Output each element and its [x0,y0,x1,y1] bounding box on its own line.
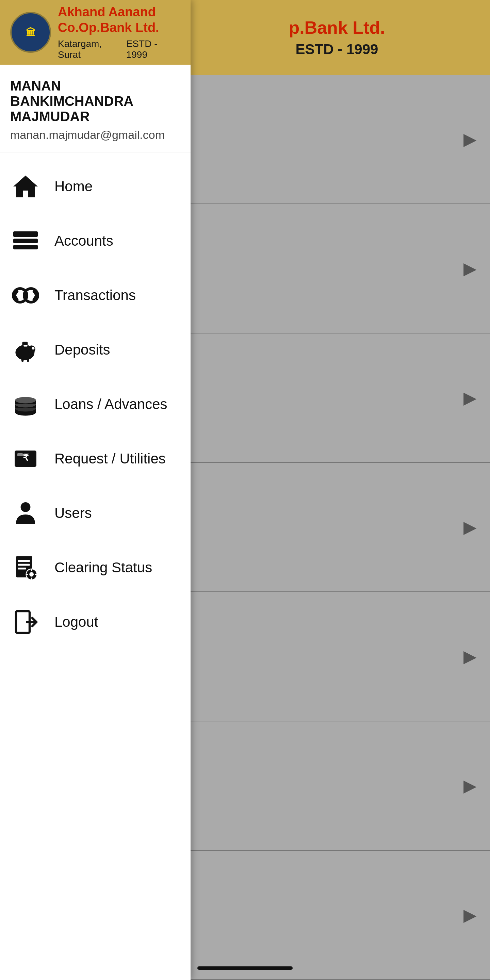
svg-rect-31 [31,578,32,580]
deposits-icon [10,334,41,365]
svg-point-29 [29,572,34,577]
nav-item-transactions[interactable]: Transactions [0,268,191,323]
svg-rect-12 [24,345,27,347]
nav-item-accounts[interactable]: Accounts [0,214,191,268]
svg-rect-11 [21,358,24,362]
nav-item-logout[interactable]: Logout [0,595,191,649]
nav-item-loans[interactable]: Loans / Advances [0,377,191,431]
user-name: MANAN BANKIMCHANDRA MAJMUDAR [10,78,180,124]
right-menu-item[interactable]: ▶ [184,592,490,721]
nav-item-deposits[interactable]: Deposits [0,323,191,377]
user-email: manan.majmudar@gmail.com [10,128,180,142]
nav-item-clearing[interactable]: Clearing Status [0,540,191,595]
svg-rect-25 [18,560,30,562]
request-icon: ₹ [10,443,41,474]
loans-icon [10,389,41,420]
right-bank-name: p.Bank Ltd. [194,18,480,38]
chevron-right-icon: ▶ [463,905,476,925]
nav-menu: Home Accounts T [0,153,191,980]
right-menu-item[interactable]: ▶ [184,75,490,204]
svg-rect-26 [18,564,30,566]
nav-label-users: Users [54,505,92,521]
bank-location-row: Katargam, Surat ESTD - 1999 [58,38,180,60]
svg-marker-0 [13,176,38,197]
svg-point-9 [32,347,34,350]
svg-rect-22 [18,453,23,456]
home-indicator [197,966,293,970]
svg-rect-32 [26,574,28,575]
bank-info: Akhand Aanand Co.Op.Bank Ltd. Katargam, … [58,5,180,60]
nav-item-home[interactable]: Home [0,159,191,214]
right-menu-item[interactable]: ▶ [184,204,490,334]
bank-location: Katargam, Surat [58,38,126,60]
svg-rect-33 [35,574,37,575]
bank-logo-icon: 🏛 [26,27,35,38]
right-menu-item[interactable]: ▶ [184,851,490,980]
right-menu-item[interactable]: ▶ [184,463,490,592]
transactions-icon [10,280,41,311]
clearing-icon [10,552,41,583]
svg-point-23 [21,502,30,512]
nav-label-home: Home [54,178,92,195]
chevron-right-icon: ▶ [463,646,476,666]
left-drawer: 🏛 Akhand Aanand Co.Op.Bank Ltd. Katargam… [0,0,191,980]
svg-rect-27 [18,568,26,570]
nav-label-clearing: Clearing Status [54,559,152,576]
right-header: p.Bank Ltd. ESTD - 1999 [184,0,490,75]
svg-point-7 [27,345,35,353]
svg-rect-30 [31,569,32,571]
nav-label-deposits: Deposits [54,342,110,358]
bank-estd: ESTD - 1999 [126,38,180,60]
home-icon [10,171,41,202]
right-menu-item[interactable]: ▶ [184,334,490,463]
svg-text:₹: ₹ [23,452,29,463]
nav-label-transactions: Transactions [54,287,136,304]
chevron-right-icon: ▶ [463,388,476,408]
chevron-right-icon: ▶ [463,259,476,278]
nav-item-users[interactable]: Users [0,486,191,540]
bank-name: Akhand Aanand Co.Op.Bank Ltd. [58,5,180,35]
nav-label-request: Request / Utilities [54,450,166,467]
logout-icon [10,607,41,637]
accounts-icon [10,226,41,256]
svg-rect-2 [13,239,38,243]
nav-label-accounts: Accounts [54,233,113,249]
bank-logo: 🏛 [10,12,51,53]
right-panel: p.Bank Ltd. ESTD - 1999 ▶ ▶ ▶ ▶ ▶ ▶ ▶ [184,0,490,980]
chevron-right-icon: ▶ [463,129,476,149]
chevron-right-icon: ▶ [463,776,476,795]
nav-label-loans: Loans / Advances [54,396,167,412]
right-menu-item[interactable]: ▶ [184,721,490,851]
svg-rect-1 [13,231,38,237]
nav-item-request[interactable]: ₹ Request / Utilities [0,431,191,486]
svg-rect-3 [13,245,38,250]
nav-label-logout: Logout [54,614,98,630]
svg-point-19 [15,397,36,403]
right-menu-list: ▶ ▶ ▶ ▶ ▶ ▶ ▶ [184,75,490,980]
bank-header: 🏛 Akhand Aanand Co.Op.Bank Ltd. Katargam… [0,0,191,65]
users-icon [10,498,41,528]
svg-rect-10 [27,358,29,362]
right-bank-estd: ESTD - 1999 [194,41,480,57]
chevron-right-icon: ▶ [463,517,476,537]
user-info: MANAN BANKIMCHANDRA MAJMUDAR manan.majmu… [0,65,191,153]
